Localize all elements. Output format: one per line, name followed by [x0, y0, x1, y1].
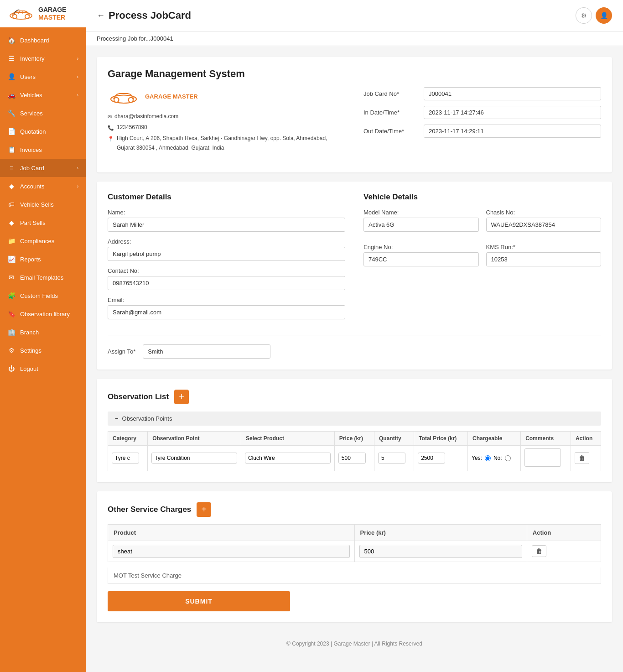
- service-product-cell: [108, 541, 355, 562]
- job-card-no-input[interactable]: [424, 87, 601, 100]
- out-date-input[interactable]: [424, 125, 601, 138]
- customfields-icon: 🧩: [7, 292, 16, 299]
- compliances-icon: 📁: [7, 237, 16, 245]
- email-icon: ✉: [108, 113, 112, 122]
- obs-table-header-row: Category Observation Point Select Produc…: [108, 431, 601, 445]
- sidebar-item-label-inventory: Inventory: [20, 55, 73, 62]
- obs-price-cell: [334, 445, 374, 471]
- service-delete-btn[interactable]: 🗑: [532, 545, 546, 557]
- logo-text: GARAGE MASTER: [38, 6, 66, 21]
- settings-icon: ⚙: [7, 347, 16, 354]
- kms-field: KMS Run:*: [486, 244, 602, 266]
- sidebar-item-logout[interactable]: ⏻ Logout: [0, 359, 86, 378]
- user-icon-btn[interactable]: 👤: [596, 7, 612, 24]
- add-observation-btn[interactable]: +: [174, 390, 189, 404]
- sidebar-item-inventory[interactable]: ☰ Inventory ›: [0, 49, 86, 68]
- sidebar-item-jobcard[interactable]: ≡ Job Card ›: [0, 159, 86, 177]
- obs-price-input[interactable]: [338, 453, 366, 464]
- sidebar-item-vehiclesells[interactable]: 🏷 Vehicle Sells: [0, 195, 86, 214]
- col-comments: Comments: [521, 431, 571, 445]
- sidebar-item-settings[interactable]: ⚙ Settings: [0, 341, 86, 359]
- obs-total-input[interactable]: [418, 453, 445, 464]
- customer-address-input[interactable]: [108, 247, 345, 261]
- sidebar-item-label-vehiclesells: Vehicle Sells: [20, 201, 78, 208]
- kms-input[interactable]: [486, 252, 602, 266]
- sidebar-item-label-jobcard: Job Card: [20, 165, 73, 172]
- add-charge-btn[interactable]: +: [197, 502, 211, 517]
- arrow-icon: ›: [77, 184, 78, 189]
- company-contact-info: ✉ dhara@dasinfomedia.com 📞 1234567890 📍 …: [108, 112, 345, 153]
- obs-qty-input[interactable]: [378, 453, 405, 464]
- sidebar-item-partsells[interactable]: ◆ Part Sells: [0, 214, 86, 232]
- sidebar-item-customfields[interactable]: 🧩 Custom Fields: [0, 287, 86, 305]
- sidebar-item-compliances[interactable]: 📁 Compliances: [0, 232, 86, 250]
- services-icon: 🔧: [7, 109, 16, 117]
- model-input[interactable]: [363, 218, 479, 232]
- obs-category-input[interactable]: [112, 453, 139, 464]
- settings-icon-btn[interactable]: ⚙: [576, 7, 592, 24]
- header-icons: ⚙ 👤: [576, 7, 612, 24]
- sidebar-item-label-emailtemplates: Email Templates: [20, 274, 78, 281]
- back-arrow[interactable]: ←: [97, 11, 105, 21]
- service-product-input[interactable]: [113, 545, 350, 558]
- sidebar-item-invoices[interactable]: 📋 Invoices: [0, 141, 86, 159]
- chargeable-yes-radio[interactable]: [485, 455, 491, 461]
- company-left: GARAGE MASTER ✉ dhara@dasinfomedia.com 📞…: [108, 87, 345, 154]
- job-card-no-label: Job Card No*: [363, 90, 418, 97]
- chargeable-no-radio[interactable]: [505, 455, 511, 461]
- sidebar-item-label-invoices: Invoices: [20, 146, 78, 153]
- sidebar-item-users[interactable]: 👤 Users ›: [0, 68, 86, 86]
- col-price: Price (kr): [334, 431, 374, 445]
- branch-icon: 🏢: [7, 328, 16, 336]
- collapse-icon: −: [115, 415, 119, 422]
- sidebar-item-accounts[interactable]: ◆ Accounts ›: [0, 177, 86, 195]
- obs-comments-input[interactable]: [524, 448, 561, 467]
- vehicles-icon: 🚗: [7, 91, 16, 99]
- service-price-input[interactable]: [359, 545, 522, 558]
- submit-button[interactable]: SUBMIT: [108, 591, 290, 611]
- sidebar-item-emailtemplates[interactable]: ✉ Email Templates: [0, 268, 86, 287]
- assign-input[interactable]: [143, 344, 270, 359]
- sidebar-item-vehicles[interactable]: 🚗 Vehicles ›: [0, 86, 86, 104]
- engine-label: Engine No:: [363, 244, 479, 250]
- customer-email-input[interactable]: [108, 305, 345, 319]
- chasis-input[interactable]: [486, 218, 602, 232]
- company-logo-text: GARAGE MASTER: [145, 93, 198, 100]
- obs-delete-btn[interactable]: 🗑: [575, 452, 589, 464]
- model-field: Model Name:: [363, 209, 479, 232]
- sidebar-item-quotation[interactable]: 📄 Quotation: [0, 122, 86, 141]
- sidebar-item-branch[interactable]: 🏢 Branch: [0, 323, 86, 341]
- service-action-cell: 🗑: [527, 541, 601, 562]
- svg-point-5: [129, 98, 134, 103]
- processing-label: Processing Job for...J000041: [86, 31, 623, 46]
- obs-product-input[interactable]: [245, 453, 331, 464]
- page-title: Process JobCard: [109, 10, 191, 21]
- customer-contact-field: Contact No:: [108, 267, 345, 290]
- observation-section-header: Observation List +: [108, 390, 601, 404]
- sidebar-item-reports[interactable]: 📈 Reports: [0, 250, 86, 268]
- dashboard-icon: 🏠: [7, 36, 16, 44]
- engine-input[interactable]: [363, 252, 479, 266]
- customer-address-label: Address:: [108, 238, 345, 245]
- sidebar-item-observationlibrary[interactable]: 🔖 Observation library: [0, 305, 86, 323]
- customer-name-input[interactable]: [108, 218, 345, 232]
- customer-contact-input[interactable]: [108, 276, 345, 290]
- obs-points-header[interactable]: − Observation Points: [108, 412, 601, 426]
- sidebar-item-dashboard[interactable]: 🏠 Dashboard: [0, 31, 86, 49]
- col-category: Category: [108, 431, 148, 445]
- customer-vehicle-card: Customer Details Name: Address: Contact …: [97, 182, 612, 370]
- service-table: Product Price (kr) Action 🗑: [108, 524, 601, 562]
- location-icon: 📍: [108, 135, 114, 144]
- col-quantity: Quantity: [374, 431, 414, 445]
- quotation-icon: 📄: [7, 128, 16, 135]
- customer-name-label: Name:: [108, 209, 345, 216]
- company-section: GARAGE MASTER ✉ dhara@dasinfomedia.com 📞…: [108, 87, 601, 154]
- observation-card: Observation List + − Observation Points …: [97, 379, 612, 482]
- sidebar-item-services[interactable]: 🔧 Services: [0, 104, 86, 122]
- mot-row: MOT Test Service Charge: [108, 568, 601, 584]
- obs-point-input[interactable]: [151, 453, 237, 464]
- sidebar-item-label-services: Services: [20, 110, 78, 117]
- obs-point-cell: [148, 445, 241, 471]
- sidebar-logo: GARAGE MASTER: [0, 0, 86, 27]
- in-date-input[interactable]: [424, 106, 601, 119]
